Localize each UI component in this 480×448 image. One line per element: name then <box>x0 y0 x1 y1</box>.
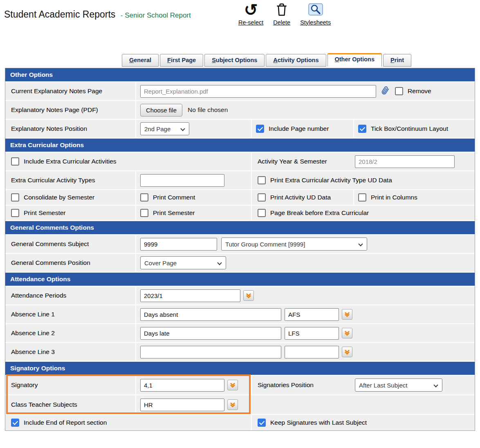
row-comments-subject: General Comments Subject Tutor Group Com… <box>5 235 475 254</box>
tab-bar: General First Page Subject Options Activ… <box>122 53 480 67</box>
paperclip-icon[interactable] <box>380 86 391 96</box>
file-status: No file chosen <box>188 106 228 114</box>
notes-position-select[interactable]: 2nd Page <box>140 122 189 135</box>
absence-line-1-lookup-button[interactable] <box>342 309 352 320</box>
page-break-label: Page Break before Extra Curricular <box>270 209 369 217</box>
include-end-checkbox[interactable] <box>11 419 19 427</box>
tab-print[interactable]: Print <box>383 54 411 67</box>
tab-label: irst Page <box>171 57 196 63</box>
print-semester-2-checkbox[interactable] <box>140 209 148 217</box>
comments-subject-select[interactable]: Tutor Group Comment [9999] <box>221 237 367 251</box>
double-chevron-down-icon <box>245 292 252 299</box>
section-attendance: Attendance Options <box>5 273 475 287</box>
reselect-button[interactable]: ↺ Re-select <box>238 1 263 26</box>
print-semester-2-label: Print Semester <box>153 209 195 217</box>
keep-signatures-checkbox[interactable] <box>258 419 266 427</box>
comments-subject-input[interactable] <box>140 238 217 251</box>
activity-types-input[interactable] <box>140 174 224 187</box>
row-attendance-periods: Attendance Periods <box>5 287 475 305</box>
signatories-position-select[interactable]: After Last Subject <box>355 379 442 392</box>
section-extra-curricular: Extra Curricular Options <box>5 139 475 152</box>
delete-button[interactable]: Delete <box>273 1 290 26</box>
row-activity-types: Extra Curricular Activity Types Print Ex… <box>5 171 475 190</box>
include-activities-label: Include Extra Curricular Activities <box>24 158 117 165</box>
row-include-activities: Include Extra Curricular Activities Acti… <box>5 152 475 171</box>
print-in-columns-checkbox[interactable] <box>358 193 366 202</box>
print-comment-checkbox[interactable] <box>140 193 148 202</box>
undo-icon: ↺ <box>244 1 258 19</box>
row-extra-checkboxes-1: Consolidate by Semester Print Comment Pr… <box>5 190 475 206</box>
row-end-of-report: Include End of Report section Keep Signa… <box>5 415 475 430</box>
activity-year-label: Activity Year & Semester <box>258 158 355 165</box>
tab-label: eneral <box>134 57 151 63</box>
tab-label: A <box>273 57 277 63</box>
attendance-periods-input[interactable] <box>140 289 240 302</box>
class-teacher-subjects-input[interactable] <box>140 399 224 411</box>
page-header: Student Academic Reports - Senior School… <box>0 0 480 46</box>
attendance-periods-label: Attendance Periods <box>5 287 136 305</box>
double-chevron-down-icon <box>229 382 236 388</box>
attendance-periods-lookup-button[interactable] <box>243 290 254 301</box>
activity-year-input[interactable] <box>355 155 455 168</box>
absence-line-3-text-input[interactable] <box>140 346 281 358</box>
absence-line-1-label: Absence Line 1 <box>5 305 136 323</box>
delete-label: Delete <box>273 19 290 26</box>
print-type-ud-checkbox[interactable] <box>258 176 266 184</box>
print-activity-ud-checkbox[interactable] <box>258 193 266 202</box>
tab-label: G <box>129 57 134 63</box>
absence-line-1-text-input[interactable] <box>140 308 281 321</box>
tab-label: P <box>390 57 395 63</box>
comments-position-select[interactable]: Cover Page <box>140 256 226 269</box>
selected-value: After Last Subject <box>359 382 407 389</box>
print-comment-label: Print Comment <box>153 194 195 201</box>
double-chevron-down-icon <box>344 330 350 336</box>
selected-value: 2nd Page <box>144 125 170 132</box>
comments-subject-label: General Comments Subject <box>5 235 136 253</box>
title-block: Student Academic Reports - Senior School… <box>4 9 191 20</box>
tickbox-layout-checkbox[interactable] <box>358 125 366 133</box>
tickbox-layout-label: Tick Box/Continuum Layout <box>371 125 448 132</box>
remove-label: Remove <box>408 87 431 95</box>
absence-line-1-code-input[interactable] <box>285 308 339 321</box>
chevron-down-icon <box>433 383 438 387</box>
absence-line-2-label: Absence Line 2 <box>5 324 136 342</box>
keep-signatures-label: Keep Signatures with Last Subject <box>270 419 367 426</box>
chevron-down-icon <box>358 242 363 246</box>
absence-line-2-code-input[interactable] <box>285 327 339 340</box>
selected-value: Cover Page <box>144 260 177 267</box>
row-absence-line-1: Absence Line 1 <box>5 305 475 324</box>
section-other-options: Other Options <box>5 68 475 82</box>
row-class-teacher-subjects: Class Teacher Subjects <box>5 395 475 415</box>
selected-value: Tutor Group Comment [9999] <box>225 241 305 248</box>
absence-line-3-code-input[interactable] <box>285 346 339 358</box>
tab-other-options[interactable]: Other Options <box>327 53 382 67</box>
tab-first-page[interactable]: First Page <box>160 54 203 67</box>
remove-checkbox[interactable] <box>395 87 403 95</box>
class-teacher-subjects-label: Class Teacher Subjects <box>5 395 136 414</box>
choose-file-button[interactable]: Choose file <box>140 104 182 116</box>
include-page-number-checkbox[interactable] <box>256 125 264 133</box>
current-notes-input[interactable] <box>140 85 376 98</box>
absence-line-3-lookup-button[interactable] <box>342 347 352 357</box>
include-activities-checkbox[interactable] <box>11 157 19 166</box>
consolidate-checkbox[interactable] <box>11 193 19 202</box>
tab-activity-options[interactable]: Activity Options <box>266 54 326 67</box>
signatory-input[interactable] <box>140 379 224 392</box>
current-notes-label: Current Explanatory Notes Page <box>5 82 136 100</box>
tab-label: ubject Options <box>216 57 258 63</box>
print-semester-1-checkbox[interactable] <box>11 209 19 217</box>
include-page-number-label: Include Page number <box>269 125 329 132</box>
double-chevron-down-icon <box>229 401 236 408</box>
comments-position-label: General Comments Position <box>5 254 136 272</box>
stylesheets-button[interactable]: Stylesheets <box>300 1 331 26</box>
class-teacher-subjects-lookup-button[interactable] <box>227 399 238 410</box>
absence-line-3-label: Absence Line 3 <box>5 343 136 361</box>
tab-subject-options[interactable]: Subject Options <box>204 54 265 67</box>
signatory-lookup-button[interactable] <box>227 380 238 390</box>
chevron-down-icon <box>180 126 185 131</box>
row-absence-line-3: Absence Line 3 <box>5 343 475 362</box>
absence-line-2-text-input[interactable] <box>140 327 281 340</box>
absence-line-2-lookup-button[interactable] <box>342 328 352 338</box>
page-break-checkbox[interactable] <box>258 209 266 217</box>
tab-general[interactable]: General <box>122 54 159 67</box>
